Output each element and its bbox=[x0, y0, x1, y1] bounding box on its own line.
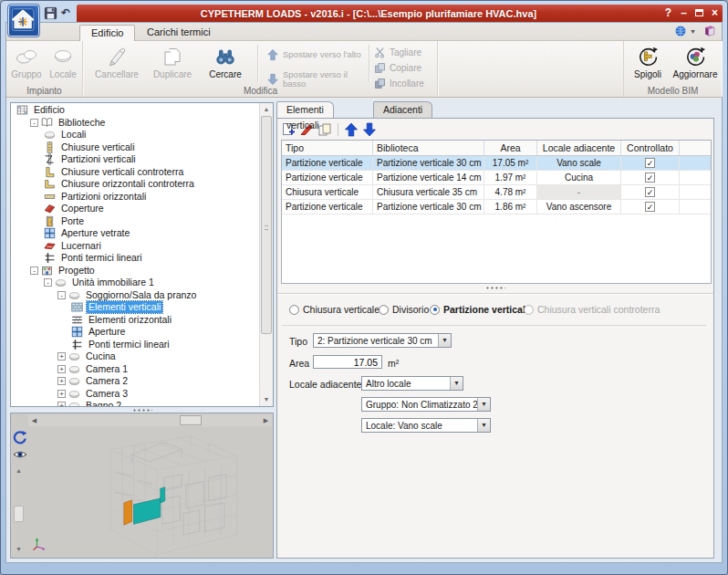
tree-item-bagno-2[interactable]: +Bagno 2 bbox=[11, 400, 258, 406]
tree-item-aperture-vetrate[interactable]: Aperture vetrate bbox=[11, 227, 258, 240]
locale-button[interactable]: Locale bbox=[46, 43, 80, 85]
collapse-icon[interactable]: - bbox=[44, 278, 52, 287]
rotate-icon[interactable] bbox=[13, 430, 27, 444]
tree-scroll-thumb[interactable] bbox=[261, 116, 272, 334]
scroll-right-icon[interactable]: ▶ bbox=[260, 414, 272, 426]
viewport-v-scrollbar[interactable]: ▲ ▼ bbox=[13, 465, 25, 556]
scroll-down-icon[interactable]: ▼ bbox=[260, 393, 273, 406]
scroll-up-icon[interactable]: ▲ bbox=[13, 465, 25, 477]
expand-icon[interactable]: + bbox=[57, 365, 66, 373]
tree-item-unit-immobiliare-1[interactable]: -Unità immobiliare 1 bbox=[11, 277, 258, 289]
table-row[interactable]: Partizione verticalePartizione verticale… bbox=[282, 200, 711, 214]
tree-item-camera-3[interactable]: +Camera 3 bbox=[11, 388, 258, 401]
copydoc-icon[interactable] bbox=[317, 122, 332, 137]
scroll-up-icon[interactable]: ▲ bbox=[260, 103, 273, 116]
tree-item-ponti-termici-lineari[interactable]: Ponti termici lineari bbox=[11, 252, 258, 265]
tree-item-chiusure-orizzontali-controterra[interactable]: Chiusure orizzontali controterra bbox=[11, 178, 258, 191]
undo-icon[interactable] bbox=[61, 6, 75, 20]
globe-icon[interactable] bbox=[674, 25, 687, 37]
maximize-button[interactable] bbox=[692, 5, 707, 22]
tree-item-edificio[interactable]: Edificio bbox=[11, 104, 258, 117]
expand-icon[interactable]: + bbox=[57, 352, 66, 361]
table-row[interactable]: Partizione verticalePartizione verticale… bbox=[282, 171, 711, 185]
tab-edificio[interactable]: Edificio bbox=[79, 25, 135, 41]
panel-splitter[interactable] bbox=[277, 285, 713, 290]
tree-item-lucernari[interactable]: Lucernari bbox=[11, 240, 258, 253]
column-header-controllato[interactable]: Controllato bbox=[621, 141, 680, 155]
tree-item-aperture[interactable]: Aperture bbox=[11, 326, 258, 339]
table-row[interactable]: Partizione verticalePartizione verticale… bbox=[282, 156, 711, 171]
collapse-icon[interactable]: - bbox=[57, 291, 66, 299]
tab-carichi-termici[interactable]: Carichi termici bbox=[136, 25, 222, 41]
tree-item-partizioni-orizzontali[interactable]: Partizioni orizzontali bbox=[11, 191, 258, 204]
scroll-left-icon[interactable]: ◀ bbox=[28, 414, 40, 426]
tree-item-locali[interactable]: Locali bbox=[11, 129, 258, 141]
spigoli-button[interactable]: Spigoli bbox=[628, 43, 668, 85]
tree-scrollbar[interactable]: ▲ ▼ bbox=[259, 103, 273, 406]
spostare-alto-button[interactable]: Spostare verso l'alto bbox=[263, 44, 370, 66]
tipo-select[interactable]: 2: Partizione verticale 30 cm ▼ bbox=[313, 333, 452, 348]
tree-item-chiusure-verticali[interactable]: Chiusure verticali bbox=[11, 141, 258, 154]
expand-icon[interactable]: + bbox=[57, 402, 66, 406]
controllato-checkbox[interactable] bbox=[645, 158, 655, 168]
tree-item-cucina[interactable]: +Cucina bbox=[11, 350, 258, 363]
tree-item-ponti-termici-lineari[interactable]: Ponti termici lineari bbox=[11, 339, 258, 351]
collapse-icon[interactable]: - bbox=[30, 267, 38, 275]
tree-item-progetto[interactable]: -Progetto bbox=[11, 265, 258, 277]
tree-item-biblioteche[interactable]: -Biblioteche bbox=[11, 117, 258, 130]
radio-chiusura-verticale[interactable]: Chiusura verticale bbox=[289, 304, 380, 315]
cancellare-button[interactable]: Cancellare bbox=[89, 43, 144, 85]
tree-item-camera-2[interactable]: +Camera 2 bbox=[11, 375, 258, 388]
eye-icon[interactable] bbox=[13, 447, 27, 462]
panel-tab-elementi-verticali[interactable]: Elementi verticali bbox=[276, 101, 334, 118]
viewport-3d[interactable]: ◀ ▶ ▲ ▼ bbox=[10, 413, 274, 559]
tree-item-elementi-verticali[interactable]: Elementi verticali bbox=[11, 301, 258, 314]
vano-select[interactable]: Locale: Vano scale ▼ bbox=[361, 418, 491, 433]
expand-icon[interactable]: + bbox=[57, 390, 66, 398]
tagliare-button[interactable]: Tagliare bbox=[374, 46, 440, 59]
tree-item-soggiorno-sala-da-pranzo[interactable]: -Soggiorno/Sala da pranzo bbox=[11, 289, 258, 302]
radio-partizione-verticale[interactable]: Partizione verticale bbox=[430, 304, 531, 315]
viewport-h-scrollbar[interactable]: ◀ ▶ bbox=[28, 414, 272, 426]
tree-item-porte[interactable]: Porte bbox=[11, 215, 258, 228]
cercare-button[interactable]: Cercare bbox=[201, 43, 250, 85]
help-button[interactable]: ? bbox=[660, 5, 676, 22]
collapse-icon[interactable]: - bbox=[30, 119, 38, 127]
column-header-area[interactable]: Area bbox=[484, 141, 537, 155]
tree-item-elementi-orizzontali[interactable]: Elementi orizzontali bbox=[11, 314, 258, 327]
column-header-tipo[interactable]: Tipo bbox=[282, 141, 373, 155]
move-down-icon[interactable] bbox=[362, 122, 377, 137]
radio-divisorio[interactable]: Divisorio bbox=[379, 304, 429, 315]
column-header-biblioteca[interactable]: Biblioteca bbox=[373, 141, 484, 155]
controllato-checkbox[interactable] bbox=[645, 172, 655, 183]
scroll-down-icon[interactable]: ▼ bbox=[13, 543, 25, 556]
maximize-icon bbox=[695, 9, 703, 16]
help-book-icon[interactable] bbox=[703, 25, 716, 37]
viewport-v-thumb[interactable] bbox=[14, 506, 24, 522]
controllato-checkbox[interactable] bbox=[645, 187, 655, 197]
gruppo-button[interactable]: Gruppo bbox=[9, 43, 44, 85]
tree-item-partizioni-verticali[interactable]: Partizioni verticali bbox=[11, 153, 258, 166]
controllato-checkbox[interactable] bbox=[645, 202, 655, 212]
duplicare-button[interactable]: Duplicare bbox=[146, 43, 199, 85]
building-wireframe-model[interactable] bbox=[46, 428, 261, 559]
aggiornare-button[interactable]: Aggiornare bbox=[671, 43, 719, 85]
move-up-icon[interactable] bbox=[344, 122, 359, 137]
save-icon[interactable] bbox=[44, 6, 57, 20]
minimize-button[interactable]: – bbox=[676, 5, 692, 22]
gruppo-select[interactable]: Gruppo: Non Climatizzato 2 ▼ bbox=[361, 397, 491, 412]
viewport-h-thumb[interactable] bbox=[180, 415, 202, 425]
expand-icon[interactable]: + bbox=[57, 377, 66, 385]
table-row[interactable]: Chiusura verticaleChiusura verticale 35 … bbox=[282, 185, 711, 200]
column-header-blank[interactable] bbox=[680, 141, 711, 155]
tree-item-camera-1[interactable]: +Camera 1 bbox=[11, 363, 258, 376]
tree-item-chiusure-verticali-controterra[interactable]: Chiusure verticali controterra bbox=[11, 166, 258, 179]
app-menu-button[interactable] bbox=[7, 4, 40, 37]
close-button[interactable]: × bbox=[707, 5, 723, 22]
panel-tab-adiacenti[interactable]: Adiacenti bbox=[373, 101, 432, 118]
area-input[interactable] bbox=[313, 355, 382, 369]
tree-item-coperture[interactable]: Coperture bbox=[11, 203, 258, 215]
column-header-locale-adiacente[interactable]: Locale adiacente bbox=[537, 141, 621, 155]
locale-adiacente-select[interactable]: Altro locale ▼ bbox=[361, 376, 463, 391]
copiare-button[interactable]: Copiare bbox=[374, 61, 440, 75]
